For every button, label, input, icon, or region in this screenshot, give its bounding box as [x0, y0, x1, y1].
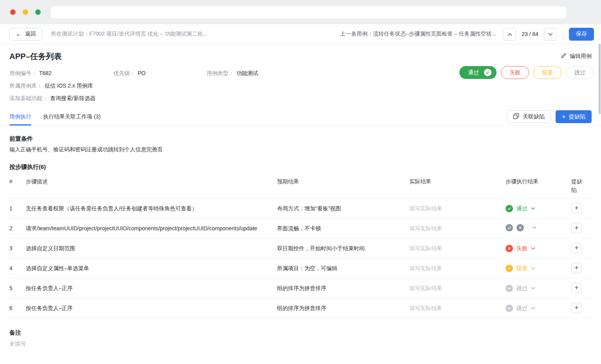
minimize-window-icon[interactable]	[23, 9, 28, 15]
result-fail-button[interactable]: 失败	[501, 66, 529, 79]
add-defect-button[interactable]: +	[571, 283, 582, 293]
window-chrome	[0, 0, 601, 24]
step-result-dropdown[interactable]: 通过	[506, 199, 571, 218]
step-result-dropdown[interactable]: 跳过	[506, 298, 571, 318]
step-result-dropdown[interactable]	[506, 219, 571, 237]
steps-table-header: # 步骤描述 预期结果 实际结果 步骤执行结果 提缺陷	[9, 172, 592, 199]
table-row: 3 选择自定义日期范围 双日期控件，开始时间小于结束时间 填写实际结果 失败 +	[9, 238, 592, 258]
step-number: 5	[9, 278, 26, 298]
step-result-dropdown[interactable]: 跳过	[506, 278, 571, 298]
add-defect-button[interactable]: +	[571, 203, 582, 213]
step-description: 请求/team/teamUUID/project/projectUUID/com…	[26, 219, 277, 238]
precondition-text: 输入正确手机号、验证码和密码注册成功跳转到个人信息完善页	[9, 146, 592, 153]
precondition-heading: 前置条件	[9, 135, 592, 143]
save-button[interactable]: 保存	[569, 28, 594, 41]
actual-result-input[interactable]: 填写实际结果	[409, 245, 442, 251]
step-result-label: 阻塞	[516, 264, 527, 273]
field-case-type: 用例类型：功能测试	[207, 70, 258, 77]
tab-bar: 用例执行 执行结果关联工作项 (3) 关联缺陷 + 提缺陷	[0, 108, 601, 126]
actual-result-input[interactable]: 填写实际结果	[409, 225, 442, 231]
arrow-circle-icon	[506, 305, 513, 312]
step-expected-result: 界面流畅，不卡顿	[277, 219, 409, 238]
app-window: ← 返回 所在测试计划：F7002 项目/迭代详情页 优化 – 功能测试第二轮.…	[0, 0, 601, 364]
step-description: 无任务查看权限（该任务需任务负责人/任务创建者等特殊角色可查看）	[26, 199, 277, 218]
tab-case-execution[interactable]: 用例执行	[9, 108, 31, 126]
table-row: 4 选择自定义属性–单选菜单 所属项目：为空，可编辑 填写实际结果 阻塞 +	[9, 258, 592, 278]
check-circle-icon	[506, 205, 513, 212]
result-pass-label: 通过	[468, 69, 479, 76]
step-result-dropdown[interactable]: 失败	[506, 238, 571, 258]
vertical-scrollbar[interactable]	[599, 44, 601, 114]
step-result-label: 跳过	[516, 284, 527, 292]
result-block-button[interactable]: 阻塞	[533, 66, 561, 79]
column-header-actual: 实际结果	[409, 172, 506, 190]
chevron-down-icon	[531, 247, 535, 250]
back-button[interactable]: ← 返回	[9, 28, 42, 41]
cross-circle-icon	[516, 224, 524, 231]
step-result-dropdown[interactable]: 阻塞	[506, 258, 571, 278]
edit-case-label: 编辑用例	[570, 53, 592, 60]
cross-circle-icon	[506, 245, 513, 252]
add-defect-button[interactable]: +	[571, 303, 582, 313]
step-number: 2	[9, 219, 26, 238]
step-description: 按任务负责人–正序	[26, 278, 277, 298]
new-defect-button[interactable]: + 提缺陷	[556, 110, 592, 123]
case-counter: 23 / 84	[522, 31, 538, 37]
add-defect-button[interactable]: +	[571, 263, 582, 273]
chevron-down-icon	[548, 31, 553, 37]
notes-value[interactable]: 未填写	[9, 341, 592, 348]
step-description: 选择自定义属性–单选菜单	[26, 258, 277, 278]
column-header-expected: 预期结果	[277, 172, 409, 190]
case-detail-panel: APP–任务列表 编辑用例 用例编号：T682 优先级：PO 用例类型：功能测试	[0, 44, 601, 364]
step-result-label: 通过	[516, 204, 527, 213]
step-expected-result: 布局方式：增加“看板”视图	[277, 199, 409, 218]
next-case-button[interactable]	[544, 28, 557, 41]
steps-table: # 步骤描述 预期结果 实际结果 步骤执行结果 提缺陷 1 无任务查看权限（该任…	[9, 172, 592, 318]
pencil-icon	[561, 53, 567, 60]
step-result-label: 失败	[516, 244, 527, 253]
tab-linked-work-items[interactable]: 执行结果关联工作项 (3)	[43, 108, 101, 126]
plus-icon: +	[562, 113, 566, 120]
close-window-icon[interactable]	[10, 9, 16, 15]
link-defect-button[interactable]: 关联缺陷	[507, 110, 551, 123]
column-header-index: #	[9, 172, 26, 190]
step-expected-result: 所属项目：为空，可编辑	[277, 258, 409, 278]
link-defect-label: 关联缺陷	[523, 113, 545, 120]
actual-result-input[interactable]: 填写实际结果	[409, 285, 442, 291]
back-button-label: 返回	[25, 30, 36, 38]
actual-result-input[interactable]: 填写实际结果	[409, 305, 442, 311]
address-bar[interactable]	[51, 6, 566, 18]
actual-result-input[interactable]: 填写实际结果	[409, 265, 442, 271]
column-header-defect: 提缺陷	[571, 172, 592, 198]
result-skip-button[interactable]: 跳过	[566, 66, 594, 79]
chevron-down-icon	[531, 207, 535, 210]
column-header-description: 步骤描述	[26, 172, 277, 190]
column-header-result: 步骤执行结果	[506, 172, 571, 190]
edit-case-button[interactable]: 编辑用例	[561, 53, 592, 60]
test-plan-breadcrumb: 所在测试计划：F7002 项目/迭代详情页 优化 – 功能测试第二轮...	[51, 30, 208, 38]
step-number: 3	[9, 238, 26, 258]
case-result-buttons: 通过 失败 阻塞 跳过	[455, 66, 594, 79]
result-divider	[528, 225, 528, 231]
step-number: 4	[9, 258, 26, 278]
minus-circle-icon	[506, 265, 513, 272]
add-defect-button[interactable]: +	[571, 243, 582, 253]
chevron-down-icon	[531, 287, 535, 290]
arrow-left-icon: ←	[16, 31, 22, 37]
table-row: 6 按任务负责人–正序 组的排序为拼音排序 填写实际结果 跳过 +	[9, 298, 592, 318]
traffic-lights	[10, 9, 41, 15]
new-defect-label: 提缺陷	[569, 113, 585, 120]
step-expected-result: 双日期控件，开始时间小于结束时间	[277, 238, 409, 258]
result-pass-button[interactable]: 通过	[459, 66, 497, 79]
chevron-up-icon	[507, 31, 512, 37]
field-priority: 优先级：PO	[113, 70, 207, 77]
field-case-number: 用例编号：T682	[9, 70, 113, 77]
add-defect-button[interactable]: +	[571, 223, 582, 233]
maximize-window-icon[interactable]	[35, 9, 41, 15]
previous-case-button[interactable]	[503, 28, 516, 41]
chevron-down-icon	[531, 267, 535, 270]
table-row: 1 无任务查看权限（该任务需任务负责人/任务创建者等特殊角色可查看） 布局方式：…	[9, 199, 592, 219]
table-row: 2 请求/team/teamUUID/project/projectUUID/c…	[9, 219, 592, 238]
notes-heading: 备注	[9, 329, 592, 337]
actual-result-input[interactable]: 填写实际结果	[409, 205, 442, 212]
